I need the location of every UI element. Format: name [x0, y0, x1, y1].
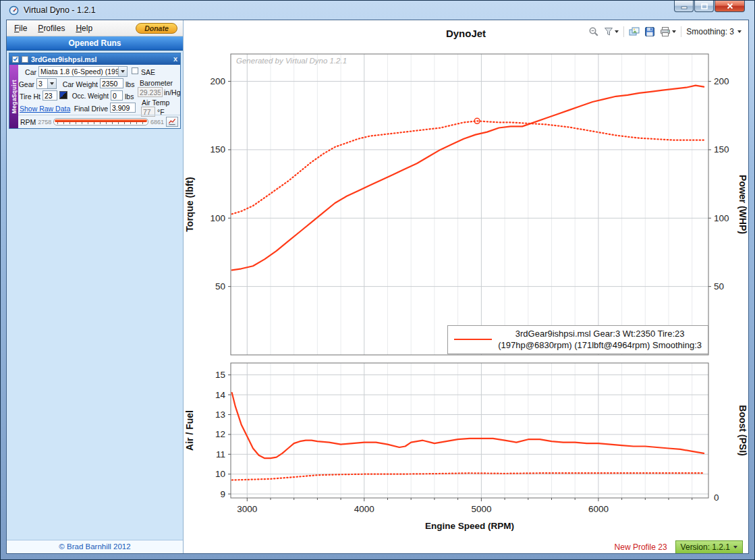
- funnel-icon: [604, 27, 613, 36]
- menu-profiles[interactable]: Profiles: [33, 22, 69, 35]
- main-area: DynoJet Smoothing: 3 5050100100150150200…: [184, 20, 748, 553]
- gear-select[interactable]: 3: [36, 78, 57, 89]
- app-window: Virtual Dyno - 1.2.1 File Profiles Help …: [0, 0, 755, 560]
- menu-help[interactable]: Help: [71, 22, 97, 35]
- svg-text:15: 15: [215, 370, 225, 380]
- dyno-chart-svg: 5050100100150150200200Torque (lbft)Power…: [184, 45, 748, 359]
- svg-text:3000: 3000: [237, 504, 257, 514]
- dyno-chart[interactable]: 5050100100150150200200Torque (lbft)Power…: [184, 45, 748, 359]
- chevron-down-icon: [118, 67, 127, 76]
- check-icon: [13, 56, 18, 62]
- car-weight-input[interactable]: [100, 78, 123, 88]
- chart-header: DynoJet Smoothing: 3: [184, 20, 748, 45]
- menubar: File Profiles Help Donate: [7, 20, 183, 36]
- maximize-icon: [701, 3, 708, 9]
- svg-text:50: 50: [714, 281, 724, 291]
- afr-boost-chart[interactable]: 910111213141503000400050006000Engine Spe…: [184, 359, 748, 540]
- final-drive-input[interactable]: [110, 103, 136, 113]
- tire-ht-label: Tire Ht: [18, 92, 40, 101]
- copy-image-button[interactable]: [629, 26, 640, 37]
- legend-line-sample: [454, 339, 492, 340]
- filter-button[interactable]: [604, 27, 619, 36]
- line-color-picker[interactable]: [59, 91, 67, 99]
- air-fuel-curve: [232, 393, 704, 458]
- torque-lbft-curve: [232, 121, 704, 214]
- sae-checkbox[interactable]: [132, 67, 138, 74]
- right-axis-title: Power (WHP): [737, 175, 748, 234]
- chevron-down-icon: [47, 79, 56, 88]
- graph-button[interactable]: [166, 117, 178, 127]
- occ-weight-label: Occ. Weight: [68, 92, 109, 100]
- maximize-button[interactable]: [694, 1, 714, 12]
- run-compare-checkbox[interactable]: [22, 56, 28, 63]
- legend-line2: (197hp@6830rpm) (171lbft@4964rpm) Smooth…: [498, 339, 702, 352]
- barometer-label: Barometer: [140, 79, 173, 87]
- opened-runs-header: Opened Runs: [7, 36, 183, 51]
- final-drive-label: Final Drive: [69, 105, 108, 113]
- svg-text:9: 9: [220, 489, 225, 499]
- close-button[interactable]: [715, 1, 745, 12]
- rpm-slider-ticks: [57, 122, 144, 124]
- run-close-button[interactable]: x: [173, 55, 177, 63]
- smoothing-dropdown[interactable]: Smoothing: 3: [686, 27, 742, 36]
- donate-button[interactable]: Donate: [136, 23, 177, 34]
- profile-selector[interactable]: New Profile 23: [615, 542, 667, 552]
- svg-text:0: 0: [714, 493, 719, 503]
- run-settings: Car Miata 1.8 (6-Speed) (1999-2 SAE Baro…: [18, 65, 180, 128]
- chart-title: DynoJet: [446, 28, 486, 39]
- minimize-icon: [681, 3, 688, 9]
- zoom-button[interactable]: [588, 26, 599, 37]
- smoothing-label: Smoothing: 3: [686, 27, 734, 36]
- menu-file[interactable]: File: [9, 22, 32, 35]
- show-raw-data-link[interactable]: Show Raw Data: [20, 105, 70, 113]
- mini-chart-icon: [168, 118, 176, 125]
- left-axis-title: Torque (lbft): [184, 177, 195, 231]
- chevron-down-icon: [672, 30, 676, 33]
- svg-text:10: 10: [215, 469, 225, 479]
- minimize-button[interactable]: [674, 1, 694, 12]
- window-title: Virtual Dyno - 1.2.1: [24, 5, 96, 15]
- left-axis-title: Air / Fuel: [184, 410, 195, 451]
- statusbar: New Profile 23 Version: 1.2.1: [184, 540, 748, 554]
- car-weight-label: Car Weight: [57, 80, 98, 88]
- app-icon: [9, 5, 19, 16]
- rpm-range-slider[interactable]: [53, 118, 148, 125]
- rpm-label: RPM: [20, 118, 36, 126]
- svg-text:14: 14: [215, 390, 226, 400]
- titlebar[interactable]: Virtual Dyno - 1.2.1: [1, 1, 754, 20]
- watermark: Generated by Virtual Dyno 1.2.1: [236, 57, 347, 65]
- images-icon: [629, 26, 640, 37]
- svg-text:5000: 5000: [471, 504, 491, 514]
- svg-text:4000: 4000: [354, 504, 374, 514]
- air-temp-label: Air Temp: [142, 99, 169, 107]
- svg-text:200: 200: [714, 76, 729, 86]
- print-button[interactable]: [660, 26, 676, 37]
- power-whp-curve: [232, 86, 704, 271]
- svg-text:12: 12: [215, 429, 225, 439]
- occ-weight-unit: lbs: [125, 92, 134, 101]
- printer-icon: [660, 26, 671, 37]
- save-button[interactable]: [644, 26, 655, 37]
- svg-text:150: 150: [210, 144, 225, 155]
- chart-toolbar: Smoothing: 3: [588, 26, 742, 37]
- tire-ht-input[interactable]: [43, 90, 57, 101]
- legend-line1: 3rdGear9ishpsi.msl Gear:3 Wt:2350 Tire:2…: [498, 328, 702, 340]
- svg-text:150: 150: [714, 144, 729, 155]
- floppy-disk-icon: [644, 26, 655, 37]
- barometer-input[interactable]: [138, 87, 163, 97]
- run-panel-header[interactable]: 3rdGear9ishpsi.msl x: [9, 53, 180, 65]
- version-label: Version: 1.2.1: [681, 542, 730, 552]
- car-select[interactable]: Miata 1.8 (6-Speed) (1999-2: [38, 66, 128, 77]
- megasquirt-strip: MegaSquirt: [9, 65, 18, 128]
- svg-text:50: 50: [215, 281, 225, 291]
- magnifier-icon: [588, 26, 599, 37]
- sidebar: File Profiles Help Donate Opened Runs 3r…: [7, 20, 184, 553]
- toolbar-separator: [681, 26, 681, 37]
- rpm-range-row: RPM 2758 6861: [18, 115, 180, 128]
- car-weight-unit: lbs: [125, 80, 134, 88]
- megasquirt-label: MegaSquirt: [11, 80, 18, 113]
- version-selector[interactable]: Version: 1.2.1: [675, 540, 743, 554]
- run-visible-checkbox[interactable]: [12, 56, 19, 63]
- close-icon: [727, 3, 733, 9]
- occ-weight-input[interactable]: [111, 90, 123, 101]
